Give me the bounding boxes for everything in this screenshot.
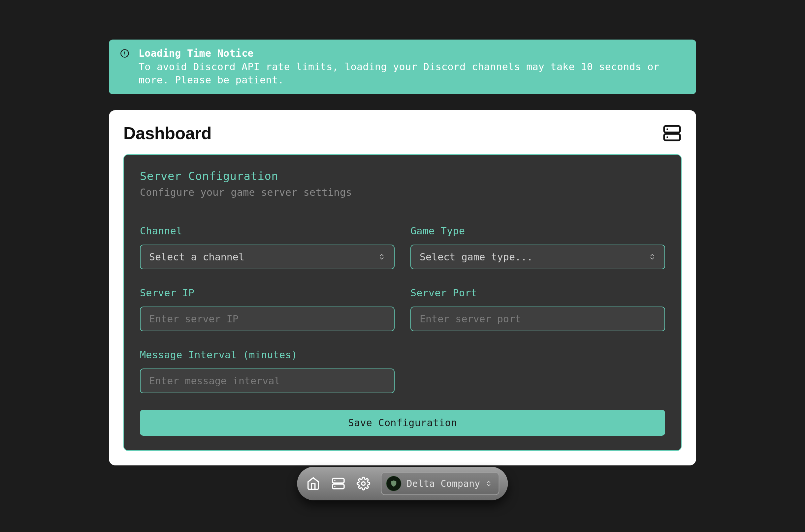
server-port-label: Server Port [410, 287, 665, 299]
chevrons-up-down-icon [486, 480, 492, 487]
channel-select[interactable]: Select a channel [140, 245, 395, 269]
server-port-input[interactable] [410, 306, 665, 331]
notice-text: Loading Time Notice To avoid Discord API… [139, 47, 685, 87]
chevrons-up-down-icon [648, 253, 656, 260]
server-config-panel: Server Configuration Configure your game… [123, 154, 682, 451]
field-channel: Channel Select a channel [140, 225, 395, 269]
chevrons-up-down-icon [378, 253, 385, 260]
game-type-label: Game Type [410, 225, 665, 237]
save-button[interactable]: Save Configuration [140, 410, 665, 436]
page-title: Dashboard [123, 123, 212, 143]
dashboard-card: Dashboard Server Configuration Configure… [109, 110, 696, 466]
panel-title: Server Configuration [140, 169, 665, 183]
server-icon [662, 124, 682, 143]
company-select[interactable]: Delta Company [381, 472, 499, 495]
channel-select-value: Select a channel [149, 251, 378, 263]
panel-subtitle: Configure your game server settings [140, 187, 665, 198]
notice-title: Loading Time Notice [139, 48, 254, 59]
server-ip-label: Server IP [140, 287, 395, 299]
dock: Delta Company [297, 467, 508, 500]
game-type-select-value: Select game type... [420, 251, 648, 263]
interval-input[interactable] [140, 368, 395, 393]
loading-notice: Loading Time Notice To avoid Discord API… [109, 40, 696, 94]
interval-label: Message Interval (minutes) [140, 349, 395, 361]
home-icon[interactable] [306, 476, 321, 491]
field-server-ip: Server IP [140, 287, 395, 331]
field-game-type: Game Type Select game type... [410, 225, 665, 269]
svg-point-11 [362, 482, 365, 486]
notice-body: To avoid Discord API rate limits, loadin… [139, 61, 659, 86]
channel-label: Channel [140, 225, 395, 237]
field-interval: Message Interval (minutes) [140, 349, 395, 393]
alert-circle-icon [120, 49, 129, 58]
field-server-port: Server Port [410, 287, 665, 331]
company-select-label: Delta Company [406, 478, 480, 489]
gear-icon[interactable] [356, 476, 371, 491]
shield-icon [386, 476, 401, 491]
server-ip-input[interactable] [140, 306, 395, 331]
game-type-select[interactable]: Select game type... [410, 245, 665, 269]
server-icon[interactable] [331, 476, 346, 491]
card-header: Dashboard [123, 123, 682, 143]
